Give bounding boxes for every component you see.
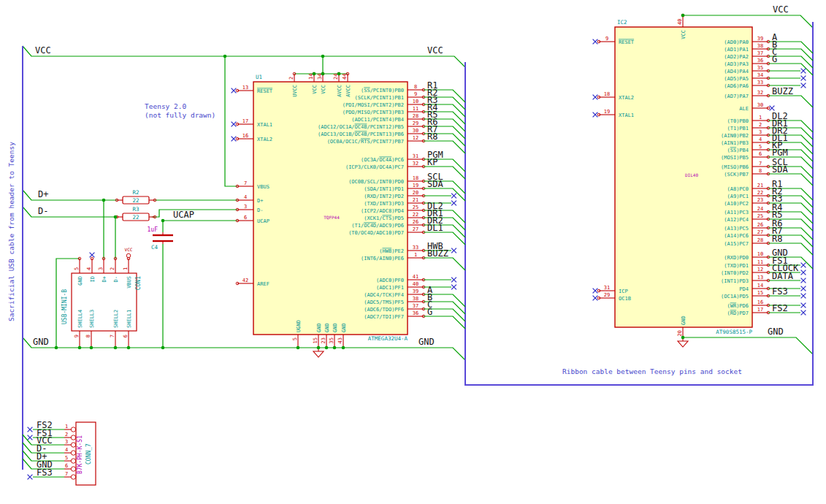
wire[interactable] [152, 210, 237, 217]
note-ribbon-cable[interactable]: Ribbon cable between Teensy pins and soc… [562, 367, 742, 375]
note-teensy-title[interactable]: Teensy 2.0 [145, 102, 186, 110]
connector-contact-circle [71, 459, 75, 463]
conn7-ref[interactable]: CONN_7 [85, 443, 92, 465]
wire[interactable] [424, 258, 465, 270]
wire[interactable] [23, 190, 117, 200]
no-connect-x[interactable] [593, 112, 598, 118]
no-connect-x[interactable] [801, 270, 806, 275]
c4-ref[interactable]: C4 [151, 244, 158, 251]
no-connect-x[interactable] [451, 194, 456, 199]
net-label[interactable]: DATA [772, 271, 794, 281]
pin-number: 4 [759, 137, 762, 142]
no-connect-x[interactable] [451, 248, 456, 253]
net-label[interactable]: SDA [772, 164, 788, 175]
r2-ref[interactable]: R2 [132, 189, 139, 196]
no-connect-x[interactable] [232, 88, 237, 93]
wire[interactable] [683, 337, 813, 354]
net-label[interactable]: D+ [38, 189, 48, 199]
pin-name: (MISO)PB6 [721, 164, 749, 170]
no-connect-x[interactable] [801, 83, 806, 88]
net-label[interactable]: D- [38, 206, 48, 216]
wire[interactable] [23, 207, 117, 217]
net-label[interactable]: UCAP [173, 210, 194, 220]
net-label[interactable]: GND [418, 337, 435, 347]
pin-number: 17 [242, 118, 248, 124]
no-connect-x[interactable] [593, 95, 598, 100]
wire[interactable] [225, 56, 237, 186]
no-connect-x[interactable] [801, 263, 806, 268]
no-connect-x[interactable] [28, 427, 33, 432]
r2-value[interactable]: 22 [132, 197, 139, 204]
pin-name: (A8)PC0 [727, 186, 749, 192]
pin-number: 6 [123, 335, 129, 337]
net-label[interactable]: FS3 [37, 467, 53, 478]
note-usb-cable[interactable]: Sacrificial USB cable from header to Tee… [7, 142, 15, 321]
ic2-value[interactable]: AT90S8515-P [716, 329, 752, 335]
net-label[interactable]: R8 [772, 234, 782, 244]
no-connect-x[interactable] [801, 310, 806, 316]
no-connect-x[interactable] [801, 278, 806, 283]
wire[interactable] [56, 259, 80, 348]
conn7-value[interactable]: B7K-PH-K-S1 [77, 435, 83, 474]
no-connect-x[interactable] [451, 201, 456, 206]
net-label[interactable]: G [772, 54, 777, 64]
no-connect-x[interactable] [801, 303, 806, 308]
wire[interactable] [768, 64, 813, 75]
pin-number: 1 [123, 267, 129, 270]
no-connect-x[interactable] [232, 122, 237, 127]
no-connect-x[interactable] [801, 76, 806, 81]
net-label[interactable]: DL1 [427, 223, 443, 233]
no-connect-x[interactable] [28, 475, 33, 480]
pin-number: 38 [413, 296, 418, 302]
no-connect-x[interactable] [593, 39, 598, 45]
no-connect-x[interactable] [451, 278, 456, 283]
con1-value[interactable]: USB-MINI-B [61, 289, 68, 324]
net-label[interactable]: FS2 [772, 303, 788, 313]
pin-name: UCAP [257, 218, 269, 224]
r3-ref[interactable]: R3 [132, 206, 139, 213]
note-teensy-subtitle[interactable]: (not fully drawn) [145, 111, 215, 119]
wire[interactable] [683, 15, 813, 28]
net-label[interactable]: GND [33, 337, 49, 347]
r3-value[interactable]: 22 [132, 214, 139, 221]
net-label[interactable]: SDA [427, 179, 443, 189]
pin-name: D+ [257, 198, 263, 204]
no-connect-x[interactable] [801, 286, 806, 291]
no-connect-x[interactable] [593, 296, 598, 301]
net-label[interactable]: BUZZ [427, 248, 448, 259]
no-connect-x[interactable] [451, 285, 456, 290]
c4-value[interactable]: 1uF [148, 226, 158, 233]
net-label[interactable]: BUZZ [772, 86, 793, 96]
pin-number: 22 [413, 212, 418, 218]
ic2-ref[interactable]: IC2 [617, 19, 627, 26]
net-label[interactable]: FS3 [772, 286, 788, 297]
pin-number: 16 [242, 133, 248, 139]
pin-number: 3 [98, 267, 104, 270]
wire[interactable] [23, 46, 465, 67]
net-label[interactable]: VCC [773, 4, 789, 15]
net-label[interactable]: GND [768, 327, 784, 337]
no-connect-x[interactable] [801, 69, 806, 74]
net-label[interactable]: VCC [427, 45, 443, 56]
pin-name: GND [316, 323, 322, 332]
no-connect-x[interactable] [801, 294, 806, 299]
pin-name: (AD4)PA4 [724, 69, 749, 75]
no-connect-x[interactable] [770, 106, 775, 111]
no-connect-x[interactable] [28, 435, 33, 440]
no-connect-x[interactable] [90, 253, 95, 258]
net-label[interactable]: VCC [35, 45, 51, 56]
con1-ref[interactable]: CON1 [135, 276, 142, 290]
net-label[interactable]: KP [427, 157, 437, 167]
wire[interactable] [768, 96, 813, 107]
no-connect-x[interactable] [232, 137, 237, 142]
net-label[interactable]: PGM [772, 148, 788, 158]
u1-value[interactable]: ATMEGA32U4-A [368, 335, 408, 342]
pin-name: (AD3)PA3 [724, 61, 749, 67]
wire[interactable] [424, 188, 465, 201]
net-label[interactable]: G [427, 307, 432, 317]
pin-number: 5 [65, 455, 68, 461]
wire[interactable] [424, 316, 465, 329]
u1-ref[interactable]: U1 [256, 74, 262, 80]
net-label[interactable]: R8 [427, 131, 437, 142]
no-connect-x[interactable] [593, 289, 598, 294]
